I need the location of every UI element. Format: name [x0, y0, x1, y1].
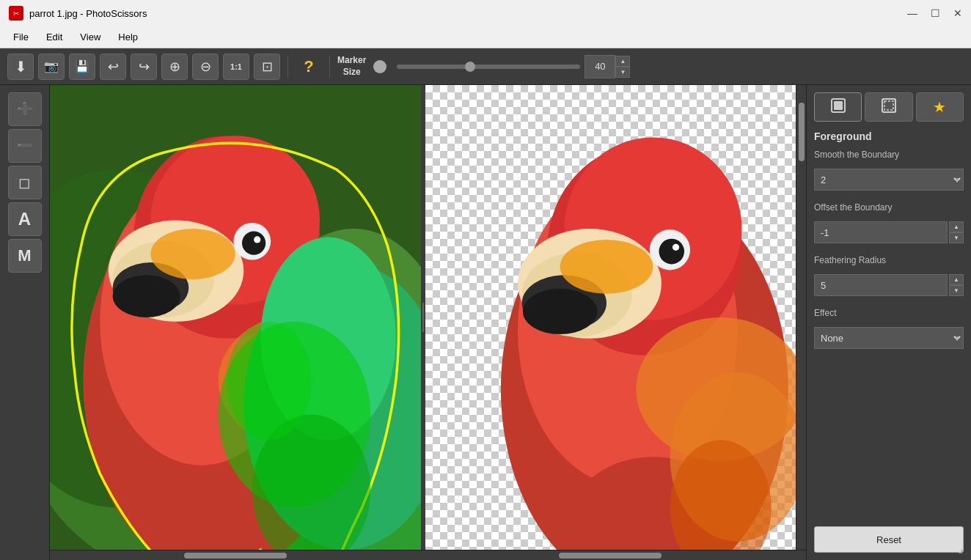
camera-icon: 📷 [44, 59, 59, 73]
manual-mode-button[interactable]: M [8, 239, 42, 273]
zoom-out-button[interactable]: ⊖ [192, 54, 219, 80]
offset-spin-down[interactable]: ▼ [949, 232, 964, 243]
main-content: ➕ ➖ ◻ A M [0, 85, 971, 560]
reset-button[interactable]: Reset [814, 526, 964, 553]
auto-label: A [18, 209, 31, 229]
vertical-scrollbar[interactable] [796, 85, 806, 550]
save-button[interactable]: 💾 [69, 54, 95, 80]
menu-edit[interactable]: Edit [39, 29, 70, 45]
effect-select[interactable]: None Matte Despill [814, 327, 964, 349]
foreground-section-title: Foreground [814, 130, 964, 142]
tab-effects-icon: ★ [933, 98, 946, 116]
tab-foreground[interactable] [814, 92, 862, 122]
maximize-button[interactable]: ☐ [931, 7, 940, 19]
marker-spin-up[interactable]: ▲ [615, 56, 630, 67]
left-canvas-pane[interactable] [50, 85, 421, 550]
tab-effects[interactable]: ★ [916, 92, 964, 122]
svg-point-24 [227, 322, 311, 440]
marker-size-slider[interactable] [397, 65, 580, 69]
open-button[interactable]: ⬇ [7, 54, 34, 80]
menu-view[interactable]: View [73, 29, 108, 45]
effect-dropdown-wrapper: None Matte Despill ▼ [814, 327, 964, 349]
svg-point-39 [560, 240, 653, 294]
zoom-100-icon: 1:1 [230, 62, 242, 71]
remove-background-button[interactable]: ➖ [8, 129, 42, 163]
help-button[interactable]: ? [296, 54, 322, 80]
right-canvas-pane[interactable] [425, 85, 796, 550]
offset-boundary-label: Offset the Boundary [814, 202, 964, 213]
eraser-icon: ◻ [18, 174, 31, 191]
marker-label: Marker Size [337, 55, 366, 78]
svg-point-16 [254, 236, 260, 243]
add-foreground-button[interactable]: ➕ [8, 92, 42, 126]
zoom-100-button[interactable]: 1:1 [223, 54, 249, 80]
svg-point-19 [150, 229, 235, 279]
marker-cursor-icon [373, 60, 386, 73]
tab-foreground-icon [830, 97, 846, 117]
feather-spin-down[interactable]: ▼ [949, 285, 964, 296]
offset-boundary-value: -1 [814, 221, 948, 243]
zoom-fit-button[interactable]: ⊡ [254, 54, 280, 80]
menu-bar: File Edit View Help [0, 26, 971, 48]
resize-corner-icon: ⌟ [958, 542, 964, 556]
left-h-thumb[interactable] [184, 553, 287, 559]
effect-label: Effect [814, 308, 964, 318]
menu-help[interactable]: Help [111, 29, 145, 45]
window-controls: — ☐ ✕ [907, 7, 962, 19]
tab-background-icon [881, 97, 897, 117]
right-canvas-image [425, 85, 796, 550]
zoom-fit-icon: ⊡ [262, 59, 273, 75]
zoom-in-button[interactable]: ⊕ [161, 54, 188, 80]
window-title: parrot 1.jpg - PhotoScissors [29, 8, 147, 19]
redo-icon: ↪ [139, 59, 150, 75]
horizontal-scrollbars [50, 550, 806, 560]
offset-spin-up[interactable]: ▲ [949, 221, 964, 232]
smooth-boundary-label: Smooth the Boundary [814, 150, 964, 160]
zoom-in-icon: ⊕ [169, 59, 180, 75]
camera-button[interactable]: 📷 [38, 54, 65, 80]
smooth-boundary-select[interactable]: 2 0 1 3 4 5 [814, 169, 964, 191]
right-panel-tabs: ★ [814, 92, 964, 122]
title-bar-left: ✂ parrot 1.jpg - PhotoScissors [9, 6, 147, 21]
open-icon: ⬇ [15, 58, 27, 75]
right-panel-spacer [814, 361, 964, 520]
redo-button[interactable]: ↪ [131, 54, 157, 80]
feathering-radius-control: 5 ▲ ▼ [814, 274, 964, 296]
feather-spin-up[interactable]: ▲ [949, 274, 964, 285]
undo-button[interactable]: ↩ [100, 54, 126, 80]
eraser-button[interactable]: ◻ [8, 166, 42, 199]
menu-file[interactable]: File [6, 29, 36, 45]
feathering-spinners: ▲ ▼ [949, 274, 964, 296]
feathering-radius-value: 5 [814, 274, 948, 296]
remove-icon: ➖ [17, 138, 33, 154]
v-scrollbar-thumb[interactable] [799, 103, 805, 161]
close-button[interactable]: ✕ [953, 7, 962, 19]
tab-background[interactable] [865, 92, 912, 122]
svg-rect-43 [834, 101, 843, 110]
right-h-thumb[interactable] [559, 553, 662, 559]
app-icon-symbol: ✂ [13, 10, 19, 18]
svg-point-15 [242, 231, 265, 254]
smooth-dropdown-wrapper: 2 0 1 3 4 5 ▼ [814, 169, 964, 191]
auto-mode-button[interactable]: A [8, 202, 42, 236]
app-icon: ✂ [9, 6, 23, 21]
canvas-panes [50, 85, 806, 550]
offset-boundary-spinners: ▲ ▼ [949, 221, 964, 243]
marker-spin-down[interactable]: ▼ [615, 67, 630, 78]
smooth-boundary-control: 2 0 1 3 4 5 ▼ [814, 169, 964, 191]
svg-point-34 [659, 239, 684, 265]
toolbar-separator [287, 56, 288, 78]
minimize-button[interactable]: — [907, 7, 917, 19]
zoom-out-icon: ⊖ [200, 59, 211, 75]
feathering-radius-label: Feathering Radius [814, 255, 964, 265]
effect-control: None Matte Despill ▼ [814, 327, 964, 349]
toolbar-separator-2 [329, 56, 330, 78]
left-h-scrollbar[interactable] [50, 550, 421, 560]
right-panel: ★ Foreground Smooth the Boundary 2 0 1 3… [806, 85, 971, 560]
right-h-scrollbar[interactable] [425, 550, 796, 560]
left-tool-panel: ➕ ➖ ◻ A M [0, 85, 50, 560]
canvas-area [50, 85, 806, 560]
marker-size-value: 40 [585, 55, 615, 78]
offset-boundary-control: -1 ▲ ▼ [814, 221, 964, 243]
marker-spinners: ▲ ▼ [615, 56, 630, 78]
